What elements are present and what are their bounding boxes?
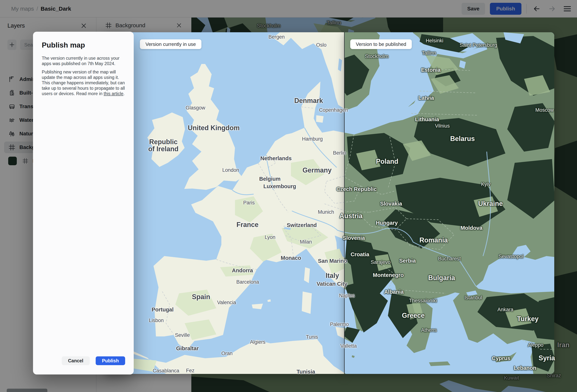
modal-body: The version currently in use across your… — [42, 56, 126, 96]
modal-title: Publish map — [42, 41, 85, 49]
compare-divider[interactable] — [344, 32, 345, 374]
app-window: StockholmTallinnIranShirazKuwait My maps… — [0, 0, 577, 392]
new-version-pill: Version to be published — [350, 39, 412, 49]
map-pane-current-version[interactable] — [105, 32, 344, 374]
current-version-pill: Version currently in use — [140, 39, 201, 49]
cancel-button[interactable]: Cancel — [62, 356, 90, 365]
publish-modal: Publish map The version currently in use… — [33, 32, 134, 374]
modal-publish-button[interactable]: Publish — [96, 356, 125, 365]
map-pane-new-version[interactable] — [345, 32, 554, 374]
modal-paragraph-1: The version currently in use across your… — [42, 56, 126, 66]
modal-paragraph-2: Publishing new version of the map will u… — [42, 69, 126, 96]
this-article-link[interactable]: this article — [104, 91, 123, 96]
